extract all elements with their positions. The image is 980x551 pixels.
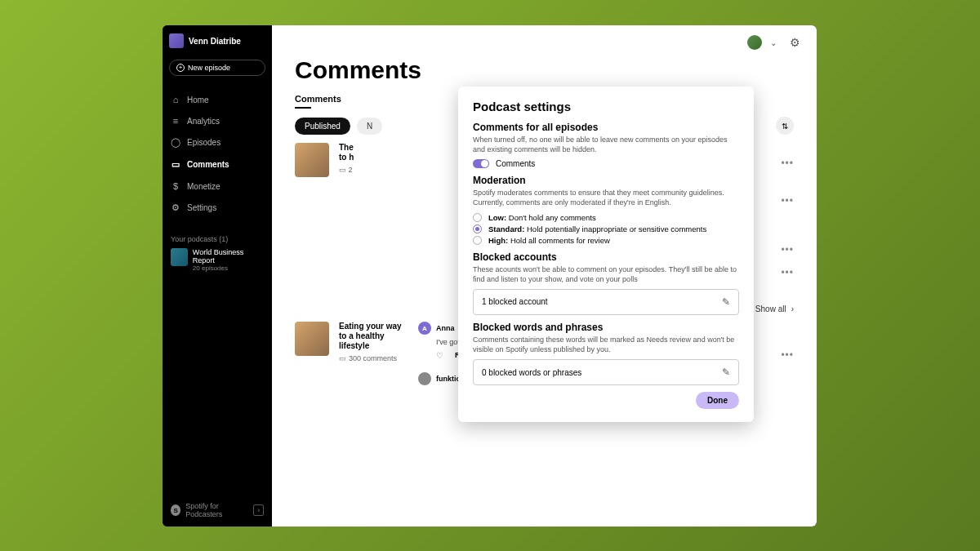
filter-other[interactable]: N — [357, 118, 382, 135]
podcasts-label: Your podcasts (1) — [163, 222, 272, 248]
main-content: ⌄ ⚙ Comments Comments Published N ⇅ Thet… — [272, 25, 817, 527]
section-title-comments: Comments for all episodes — [473, 122, 739, 133]
section-title-blocked-words: Blocked words and phrases — [473, 322, 739, 333]
monetize-icon: $ — [171, 181, 180, 191]
nav-analytics[interactable]: ≡Analytics — [163, 110, 272, 131]
heart-icon[interactable]: ♡ — [436, 351, 443, 360]
more-icon[interactable]: ••• — [781, 349, 794, 361]
episodes-icon: ◯ — [171, 137, 180, 148]
episode-title: Eating your way to a healthy lifestyle — [339, 322, 408, 351]
more-icon[interactable]: ••• — [781, 267, 794, 278]
nav-monetize[interactable]: $Monetize — [163, 176, 272, 197]
radio-icon — [473, 213, 482, 222]
comments-toggle-row: Comments — [473, 159, 739, 168]
pencil-icon: ✎ — [722, 367, 730, 378]
section-title-blocked-accounts: Blocked accounts — [473, 251, 739, 263]
podcast-item[interactable]: World Business Report 20 episodes — [163, 248, 272, 272]
filter-published[interactable]: Published — [295, 118, 350, 135]
section-desc-moderation: Spotify moderates comments to ensure tha… — [473, 188, 739, 207]
commenter-avatar: A — [418, 322, 431, 335]
page-title: Comments — [272, 50, 817, 84]
home-icon: ⌂ — [171, 95, 180, 104]
comments-toggle[interactable] — [473, 159, 489, 168]
radio-icon — [473, 224, 482, 233]
episode-artwork[interactable] — [295, 143, 329, 177]
profile-section[interactable]: Venn Diatribe — [163, 25, 272, 56]
tab-comments[interactable]: Comments — [295, 94, 341, 109]
episode-title: Theto h — [339, 143, 408, 162]
more-icon[interactable]: ••• — [781, 158, 794, 169]
chevron-down-icon[interactable]: ⌄ — [770, 38, 777, 47]
nav: ⌂Home ≡Analytics ◯Episodes ▭Comments $Mo… — [163, 86, 272, 222]
moderation-low[interactable]: Low: Don't hold any comments — [473, 213, 739, 222]
topbar: ⌄ ⚙ — [272, 25, 817, 50]
app-window: Venn Diatribe + New episode ⌂Home ≡Analy… — [163, 25, 817, 527]
moderation-high[interactable]: High: Hold all comments for review — [473, 236, 739, 245]
section-title-moderation: Moderation — [473, 175, 739, 186]
plus-icon: + — [176, 64, 185, 72]
more-icon[interactable]: ••• — [781, 195, 794, 207]
moderation-standard[interactable]: Standard: Hold potentially inappropriate… — [473, 224, 739, 233]
comment-icon: ▭ — [339, 354, 346, 362]
blocked-words-field[interactable]: 0 blocked words or phrases ✎ — [473, 359, 739, 385]
comments-toggle-label: Comments — [496, 159, 535, 168]
nav-comments[interactable]: ▭Comments — [163, 153, 272, 176]
episode-meta: ▭300 comments — [339, 354, 408, 362]
gear-icon[interactable]: ⚙ — [790, 36, 800, 49]
expand-icon[interactable]: › — [253, 504, 264, 516]
commenter-avatar — [418, 372, 431, 385]
footer-brand: Spotify for Podcasters — [185, 502, 248, 518]
new-episode-label: New episode — [188, 64, 230, 72]
section-desc-blocked-accounts: These acounts won't be able to comment o… — [473, 264, 739, 284]
filter-sort-icon[interactable]: ⇅ — [776, 117, 794, 135]
profile-name: Venn Diatribe — [189, 37, 241, 46]
analytics-icon: ≡ — [171, 116, 180, 126]
sidebar: Venn Diatribe + New episode ⌂Home ≡Analy… — [163, 25, 272, 527]
settings-icon: ⚙ — [171, 202, 180, 213]
section-desc-comments: When turned off, no one will be able to … — [473, 135, 739, 154]
pencil-icon: ✎ — [722, 296, 730, 308]
nav-episodes[interactable]: ◯Episodes — [163, 131, 272, 153]
spotify-icon: S — [171, 504, 180, 516]
more-icon[interactable]: ••• — [781, 244, 794, 256]
user-avatar[interactable] — [747, 35, 762, 50]
blocked-words-value: 0 blocked words or phrases — [482, 368, 581, 377]
sidebar-footer: S Spotify for Podcasters › — [163, 494, 272, 527]
new-episode-button[interactable]: + New episode — [169, 60, 265, 76]
nav-home[interactable]: ⌂Home — [163, 89, 272, 110]
done-button[interactable]: Done — [696, 392, 739, 409]
blocked-accounts-field[interactable]: 1 blocked account ✎ — [473, 289, 739, 315]
commenter-name: Anna — [436, 324, 455, 332]
podcast-title: World Business Report — [193, 248, 264, 264]
chevron-right-icon: › — [791, 304, 794, 313]
nav-settings[interactable]: ⚙Settings — [163, 197, 272, 219]
episode-artwork[interactable] — [295, 322, 329, 356]
podcast-artwork — [171, 248, 188, 266]
modal-title: Podcast settings — [473, 100, 739, 113]
podcast-settings-modal: Podcast settings Comments for all episod… — [458, 87, 754, 422]
blocked-accounts-value: 1 blocked account — [482, 297, 548, 306]
comments-icon: ▭ — [171, 159, 180, 170]
section-desc-blocked-words: Comments containing these words will be … — [473, 335, 739, 354]
episode-meta: ▭ 2 — [339, 166, 408, 174]
profile-avatar — [169, 33, 184, 48]
radio-icon — [473, 236, 482, 245]
podcast-sub: 20 episodes — [193, 264, 264, 272]
